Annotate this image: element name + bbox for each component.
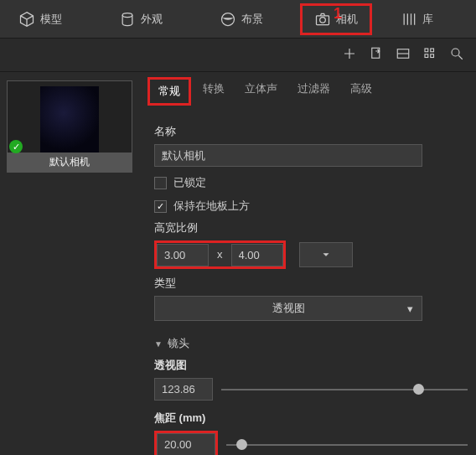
thumbnail-label: 默认相机	[8, 153, 132, 172]
chevron-down-icon	[321, 250, 331, 260]
keep-above-checkbox[interactable]	[154, 200, 167, 213]
general-panel: 名称 已锁定 保持在地板上方 高宽比例 2 x	[147, 114, 468, 455]
camera-thumbnail[interactable]: ✓ 默认相机	[7, 80, 132, 173]
plus-icon	[342, 46, 357, 61]
perspective-slider[interactable]	[221, 381, 468, 398]
subtab-stereo[interactable]: 立体声	[236, 77, 286, 106]
tab-appearance[interactable]: 外观	[107, 6, 174, 33]
tab-library[interactable]: 库	[389, 6, 445, 33]
tab-layout-label: 布景	[241, 12, 263, 27]
slider-track	[226, 444, 468, 446]
aspect-width-input[interactable]	[157, 244, 209, 266]
top-tab-bar: 模型 外观 布景 相机 库	[0, 0, 476, 39]
grid-button[interactable]	[422, 46, 437, 64]
subtab-general[interactable]: 常规	[147, 77, 191, 106]
sphere-icon	[220, 11, 236, 28]
focal-slider[interactable]	[226, 437, 468, 453]
lens-header-label: 镜头	[168, 336, 189, 351]
thumbnail-image	[40, 86, 99, 153]
aspect-preset-dropdown[interactable]	[299, 242, 353, 267]
svg-point-0	[122, 13, 132, 17]
annotation-1: 1	[334, 5, 342, 23]
aspect-ratio-group: x	[154, 240, 286, 269]
toolbar	[0, 39, 476, 72]
slider-knob[interactable]	[236, 439, 247, 450]
type-select[interactable]: 透视图 ▾	[154, 296, 422, 321]
chevron-down-icon: ▾	[407, 302, 413, 315]
name-label: 名称	[154, 124, 468, 139]
grid-icon	[422, 46, 437, 61]
svg-rect-9	[431, 54, 434, 58]
tab-model-label: 模型	[40, 12, 62, 27]
tab-layout[interactable]: 布景	[208, 6, 275, 33]
tab-model[interactable]: 模型	[7, 6, 74, 33]
triangle-down-icon: ▼	[154, 339, 163, 349]
page-arrow-icon	[369, 46, 384, 61]
search-button[interactable]	[449, 46, 464, 64]
keep-above-label: 保持在地板上方	[173, 199, 250, 214]
sub-tab-bar: 常规 转换 立体声 过滤器 高级	[147, 77, 468, 106]
columns-icon	[401, 11, 417, 28]
subtab-transform[interactable]: 转换	[194, 77, 233, 106]
active-check-icon: ✓	[9, 140, 23, 153]
camera-list: ✓ 默认相机	[0, 72, 142, 455]
subtab-filters[interactable]: 过滤器	[289, 77, 339, 106]
locked-label: 已锁定	[173, 175, 206, 190]
aspect-label: 高宽比例	[154, 220, 468, 235]
tab-appearance-label: 外观	[141, 12, 163, 27]
cube-icon	[18, 11, 35, 28]
name-input[interactable]	[154, 144, 422, 167]
properties-panel: 常规 转换 立体声 过滤器 高级 名称 已锁定 保持在地板上方 高宽比例 2	[142, 72, 476, 455]
slider-knob[interactable]	[413, 384, 424, 395]
split-icon	[396, 46, 411, 61]
search-icon	[449, 46, 464, 61]
layout-button[interactable]	[396, 46, 411, 64]
aspect-x-label: x	[209, 243, 231, 266]
svg-point-3	[320, 17, 326, 23]
type-value: 透视图	[272, 301, 305, 316]
perspective-input[interactable]	[154, 378, 213, 401]
add-button[interactable]	[342, 46, 357, 64]
cylinder-icon	[119, 11, 136, 28]
camera-icon	[314, 11, 331, 28]
focal-input[interactable]	[157, 433, 215, 455]
svg-rect-6	[425, 49, 428, 52]
export-button[interactable]	[369, 46, 384, 64]
slider-track	[221, 389, 468, 390]
subtab-advanced[interactable]: 高级	[342, 77, 380, 106]
tab-library-label: 库	[422, 12, 433, 27]
focal-label: 焦距 (mm)	[154, 411, 468, 426]
svg-point-10	[452, 49, 459, 56]
svg-rect-7	[431, 49, 434, 52]
main-area: ✓ 默认相机 常规 转换 立体声 过滤器 高级 名称 已锁定 保持在地板上方 高…	[0, 72, 476, 455]
locked-checkbox[interactable]	[154, 177, 167, 189]
svg-rect-8	[425, 54, 428, 58]
aspect-height-input[interactable]	[231, 244, 283, 266]
type-label: 类型	[154, 276, 468, 291]
lens-section-header[interactable]: ▼ 镜头	[154, 336, 468, 351]
perspective-label: 透视图	[154, 358, 468, 373]
